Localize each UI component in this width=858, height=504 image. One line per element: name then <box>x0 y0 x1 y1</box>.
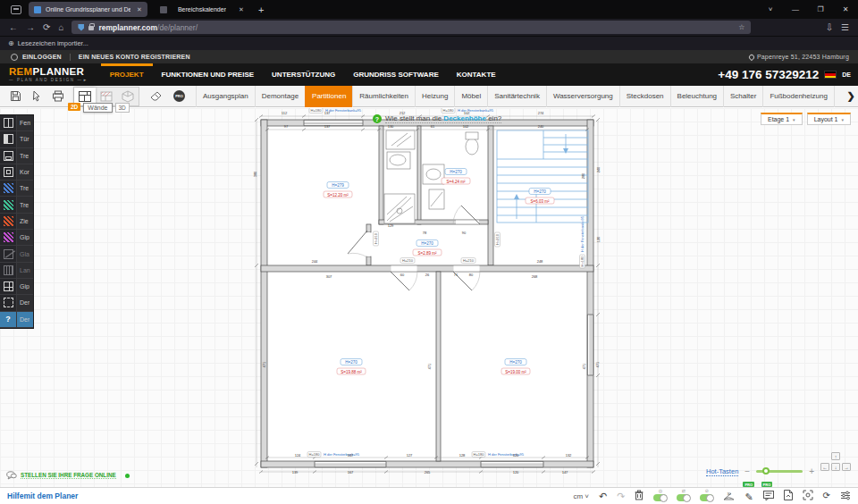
browser-tab[interactable]: Online Grundrissplaner und De✕ <box>29 2 147 17</box>
zoom-out-button[interactable]: − <box>744 466 750 476</box>
svg-text:H=270: H=270 <box>509 360 522 365</box>
draw-tool[interactable]: PRO✎ <box>744 488 753 504</box>
mode-tab-wasserversorgung[interactable]: Wasserversorgung <box>546 86 619 107</box>
language-selector[interactable]: DE <box>842 71 851 78</box>
mode-tab-steckdosen[interactable]: Steckdosen <box>619 86 670 107</box>
mode-tab-beleuchtung[interactable]: Beleuchtung <box>670 86 723 107</box>
tab-overview-icon[interactable] <box>11 5 21 14</box>
nav-funktionen-und-preise[interactable]: FUNKTIONEN UND PREISE <box>153 63 264 86</box>
svg-text:71: 71 <box>454 273 458 277</box>
menu-icon[interactable]: ☰ <box>841 22 849 32</box>
unit-selector[interactable]: cm ˅ <box>573 492 589 500</box>
window-list-icon[interactable]: ˅ <box>758 5 783 13</box>
sidebar-item-zie[interactable]: Zie <box>0 214 33 230</box>
bookmarks-import-label[interactable]: Lesezeichen importier... <box>18 39 88 47</box>
svg-text:H=270: H=270 <box>450 170 462 174</box>
toggle-visibility[interactable]: ⊘ <box>700 489 713 501</box>
browser-tab[interactable]: Bereichskalender✕ <box>155 2 249 17</box>
home-button[interactable]: ⌂ <box>58 22 63 32</box>
remplanner-logo[interactable]: REMPLANNER — PLAN AND DESIGN —► <box>9 67 88 82</box>
eraser-icon[interactable] <box>149 91 163 102</box>
save-icon[interactable] <box>10 90 21 102</box>
redo-button[interactable]: ↷ <box>617 491 625 501</box>
ask-question-online[interactable]: STELLEN SIE IHRE FRAGE ONLINE <box>6 471 130 480</box>
toggle-snap[interactable]: ◎ <box>653 489 667 501</box>
tabs-overflow-chevron[interactable]: ❯ <box>844 90 858 102</box>
reload-button[interactable]: ⟳ <box>43 22 50 32</box>
forward-button[interactable]: → <box>26 22 35 32</box>
svg-text:274: 274 <box>538 111 544 115</box>
mode-tab-sanitärtechnik[interactable]: Sanitärtechnik <box>487 86 546 107</box>
undo-button[interactable]: ↶ <box>599 491 607 501</box>
plan-canvas[interactable]: H=279S=12.20 m²H=270S=4.24 m²H=270S=6.03… <box>0 108 858 487</box>
mode-tab-schalter[interactable]: Schalter <box>723 86 762 107</box>
svg-text:471: 471 <box>427 363 432 369</box>
phone-number[interactable]: +49 176 57329212 <box>718 68 819 81</box>
sidebar-item-gla[interactable]: Gla <box>0 246 33 262</box>
back-button[interactable]: ← <box>9 22 18 32</box>
print-icon[interactable] <box>52 90 64 102</box>
zoom-slider[interactable] <box>756 470 803 473</box>
close-button[interactable]: ✕ <box>833 5 858 13</box>
sidebar-item-der[interactable]: ?Der <box>0 312 33 328</box>
shield-icon[interactable] <box>78 24 84 31</box>
restore-button[interactable]: ❐ <box>808 5 833 13</box>
pan-up-button[interactable]: ↑ <box>831 452 840 460</box>
german-flag-icon[interactable] <box>824 71 837 79</box>
layout-selector[interactable]: Layout 1▾ <box>807 113 851 125</box>
mode-tab-heizung[interactable]: Heizung <box>415 86 454 107</box>
sidebar-item-fen[interactable]: Fen <box>0 115 33 131</box>
walls-tooltip: Wände <box>83 103 112 113</box>
new-tab-button[interactable]: + <box>258 4 264 15</box>
mode-tab-demontage[interactable]: Demontage <box>255 86 305 107</box>
hotkeys-link[interactable]: Hot-Tasten <box>706 467 738 476</box>
toggle-dimensions[interactable]: ⇄ <box>677 489 690 501</box>
comments-tool[interactable]: PRO <box>763 488 774 504</box>
trash-button[interactable] <box>635 488 644 504</box>
url-input[interactable]: remplanner.com/de/planner/ ☆ <box>72 21 751 34</box>
pan-down-button[interactable]: ↓ <box>831 463 840 471</box>
svg-text:26: 26 <box>425 273 430 277</box>
sidebar-item-tre[interactable]: Tre <box>0 197 33 213</box>
refresh-tool[interactable]: ⟳ <box>823 491 830 500</box>
login-link[interactable]: EINLOGGEN <box>22 54 62 60</box>
zoom-in-button[interactable]: + <box>809 466 814 476</box>
nav-projekt[interactable]: PROJEKT <box>101 63 153 86</box>
tab-close-icon[interactable]: ✕ <box>239 6 244 13</box>
mode-tab-räumlichkeiten[interactable]: Räumlichkeiten <box>352 86 415 107</box>
nav-grundriss-software[interactable]: GRUNDRISS SOFTWARE <box>344 63 448 86</box>
export-file-tool[interactable] <box>784 488 793 504</box>
floor-plan-drawing[interactable]: H=279S=12.20 m²H=270S=4.24 m²H=270S=6.03… <box>0 108 858 487</box>
bookmark-star-icon[interactable]: ☆ <box>738 23 744 31</box>
planner-help-link[interactable]: Hilfemit dem Planer <box>7 491 78 500</box>
cursor-icon[interactable] <box>31 90 42 102</box>
sidebar-item-gip[interactable]: Gip <box>0 230 33 246</box>
minimize-button[interactable]: — <box>783 5 808 13</box>
sidebar-item-tür[interactable]: Tür <box>0 131 33 147</box>
mode-tab-fußbodenheizung[interactable]: Fußbodenheizung <box>762 86 835 107</box>
save-page-icon[interactable]: ⇩ <box>826 22 833 32</box>
nav-kontakte[interactable]: KONTAKTE <box>448 63 505 86</box>
sidebar-item-kor[interactable]: Kor <box>0 164 33 181</box>
mode-tab-möbel[interactable]: Möbel <box>454 86 487 107</box>
bookmarks-bar: ⊕ Lesezeichen importier... <box>0 36 858 50</box>
settings-sliders-tool[interactable] <box>840 488 851 504</box>
angle-tool[interactable]: 30 <box>723 488 735 504</box>
register-link[interactable]: EIN NEUES KONTO REGISTRIEREN <box>79 54 190 60</box>
mode-tab-ausgangsplan[interactable]: Ausgangsplan <box>196 86 255 107</box>
sidebar-item-der[interactable]: Der <box>0 295 33 311</box>
mode-tab-partitionen[interactable]: Partitionen <box>305 86 352 107</box>
sidebar-item-lan[interactable]: Lan <box>0 263 33 279</box>
pan-right-button[interactable]: → <box>842 463 851 471</box>
help-bubble[interactable]: ? Wie stellt man die Deckenhöhe ein? <box>373 114 501 123</box>
pan-left-button[interactable]: ← <box>820 463 829 471</box>
tab-close-icon[interactable]: ✕ <box>137 6 142 13</box>
sidebar-item-tre[interactable]: Tre <box>0 181 33 197</box>
nav-unterst-tzung[interactable]: UNTERSTÜTZUNG <box>263 63 344 86</box>
sidebar-item-tre[interactable]: Tre <box>0 148 33 164</box>
focus-tool[interactable] <box>803 488 813 504</box>
sidebar-item-gip[interactable]: Gip <box>0 279 33 295</box>
floor-selector[interactable]: Etage 1▾ <box>761 113 803 125</box>
svg-text:471: 471 <box>262 361 266 367</box>
location-pin-icon <box>748 53 755 60</box>
